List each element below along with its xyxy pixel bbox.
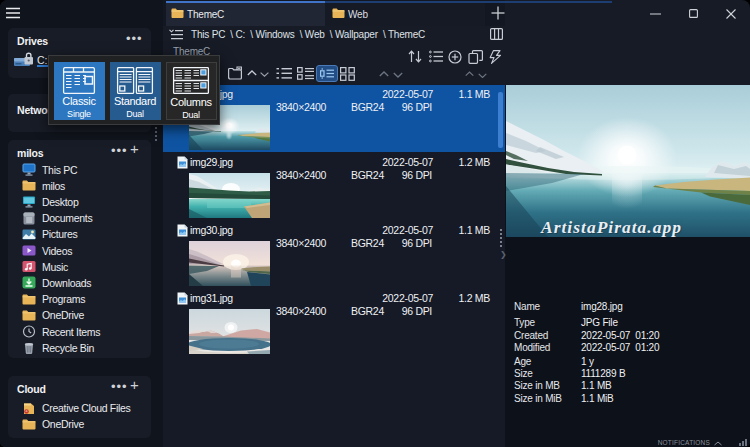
svg-text:ArtistaPirata.app: ArtistaPirata.app — [540, 217, 682, 237]
